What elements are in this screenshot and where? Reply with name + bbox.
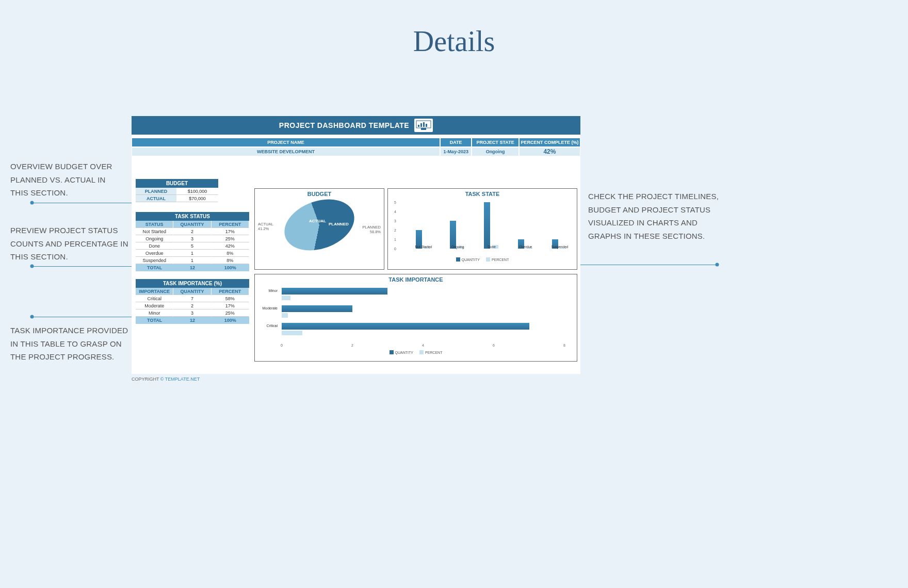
callout-importance: TASK IMPORTANCE PROVIDED IN THIS TABLE T… <box>10 324 129 364</box>
cell: Critical <box>136 295 173 302</box>
cell: ACTUAL <box>136 195 177 202</box>
callout-line <box>32 317 135 317</box>
budget-title: BUDGET <box>136 179 218 188</box>
x-axis: 02468 <box>282 344 565 350</box>
table-row: Overdue18% <box>136 250 249 257</box>
value-date: 1-May-2023 <box>440 147 472 156</box>
axis-label: Suspended <box>546 245 574 249</box>
dashboard-header-text: PROJECT DASHBOARD TEMPLATE <box>279 121 409 129</box>
cell: 1 <box>173 250 211 257</box>
svg-rect-4 <box>426 124 427 127</box>
value-project-name: WEBSITE DEVELOPMENT <box>132 147 440 156</box>
cell: Suspended <box>136 257 173 264</box>
callout-line <box>32 203 135 203</box>
svg-rect-5 <box>421 128 426 130</box>
chart-title: TASK IMPORTANCE <box>255 274 577 285</box>
table-total: TOTAL12100% <box>136 264 249 271</box>
cell: STATUS <box>136 221 173 228</box>
cell: Minor <box>136 309 173 317</box>
info-value-row: WEBSITE DEVELOPMENT 1-May-2023 Ongoing 4… <box>132 147 580 156</box>
chart-title: TASK STATE <box>388 189 577 199</box>
cell: Overdue <box>136 250 173 257</box>
pie-label-actual: ACTUAL41.2% <box>258 222 273 231</box>
callout-budget: OVERVIEW BUDGET OVER PLANNED VS. ACTUAL … <box>10 160 124 200</box>
table-row: Done542% <box>136 242 249 250</box>
cell: 7 <box>173 295 211 302</box>
cell: 25% <box>212 235 249 242</box>
legend-p: PERCENT <box>425 351 442 354</box>
budget-chart: BUDGET ACTUAL PLANNED ACTUAL41.2% PLANNE… <box>254 188 384 270</box>
cell: 100% <box>212 317 249 324</box>
label-pct: PERCENT COMPLETE (%) <box>519 138 580 147</box>
callout-charts: CHECK THE PROJECT TIMELINES, BUDGET AND … <box>588 190 727 242</box>
cell: 42% <box>212 242 249 250</box>
cell: 8% <box>212 257 249 264</box>
table-total: TOTAL12100% <box>136 317 249 324</box>
cell: QUANTITY <box>173 221 211 228</box>
slice-label-actual: ACTUAL <box>309 219 326 223</box>
svg-rect-1 <box>418 125 419 127</box>
cell: 2 <box>173 228 211 235</box>
copyright: COPYRIGHT © TEMPLATE.NET <box>132 377 200 382</box>
table-row: Not Started217% <box>136 228 249 235</box>
pie-label-planned: PLANNED58.8% <box>363 225 381 234</box>
cell: QUANTITY <box>173 288 211 295</box>
legend-p: PERCENT <box>492 258 509 262</box>
cell: 12 <box>173 264 211 271</box>
svg-rect-3 <box>423 122 425 127</box>
axis-label: Minor <box>260 289 278 292</box>
label-project-name: PROJECT NAME <box>132 138 440 147</box>
label-date: DATE <box>440 138 472 147</box>
label-state: PROJECT STATE <box>472 138 518 147</box>
task-importance-table: TASK IMPORTANCE (%) IMPORTANCEQUANTITYPE… <box>136 279 249 324</box>
cell: 8% <box>212 250 249 257</box>
info-header-row: PROJECT NAME DATE PROJECT STATE PERCENT … <box>132 138 580 147</box>
bar-q <box>282 323 529 330</box>
bar-p <box>282 296 290 300</box>
cell: TOTAL <box>136 264 173 271</box>
budget-table: BUDGET PLANNED$100,000 ACTUAL$70,000 <box>136 179 218 202</box>
cell: 58% <box>212 295 249 302</box>
table-row: Critical758% <box>136 295 249 302</box>
cell: Done <box>136 242 173 250</box>
axis-label: Moderate <box>260 306 278 310</box>
page-title: Details <box>0 0 908 58</box>
cell: Moderate <box>136 302 173 309</box>
copyright-link[interactable]: © TEMPLATE.NET <box>160 377 200 382</box>
dashboard-header: PROJECT DASHBOARD TEMPLATE <box>132 116 580 135</box>
cell: PLANNED <box>136 188 177 195</box>
axis-label: Ongoing <box>444 245 472 249</box>
task-state-chart: TASK STATE 012345 Not Started Ongoing Do… <box>387 188 577 270</box>
chart-title: BUDGET <box>255 189 384 199</box>
slice-label-planned: PLANNED <box>329 222 349 226</box>
callout-status: PREVIEW PROJECT STATUS COUNTS AND PERCEN… <box>10 224 129 264</box>
bar-area: 012345 Not Started Ongoing Done Overdue … <box>394 199 571 256</box>
pie: ACTUAL PLANNED <box>283 201 355 249</box>
chart-legend: QUANTITYPERCENT <box>255 349 577 356</box>
axis-label: Done <box>478 245 506 249</box>
bar-p <box>282 331 302 335</box>
table-row: Moderate217% <box>136 302 249 309</box>
cell: 17% <box>212 302 249 309</box>
cell: 5 <box>173 242 211 250</box>
cell: 3 <box>173 309 211 317</box>
table-row: ACTUAL$70,000 <box>136 195 218 202</box>
table-row: PLANNED$100,000 <box>136 188 218 195</box>
cell: 17% <box>212 228 249 235</box>
dashboard-canvas: PROJECT DASHBOARD TEMPLATE PROJECT NAME … <box>132 116 580 374</box>
cell: TOTAL <box>136 317 173 324</box>
axis-label: Overdue <box>512 245 540 249</box>
legend-q: QUANTITY <box>462 258 480 262</box>
value-pct: 42% <box>519 147 580 156</box>
table-header: STATUSQUANTITYPERCENT <box>136 221 249 228</box>
dashboard-icon <box>414 119 433 132</box>
value-state: Ongoing <box>472 147 518 156</box>
task-status-table: TASK STATUS STATUSQUANTITYPERCENT Not St… <box>136 212 249 271</box>
cell: 12 <box>173 317 211 324</box>
axis-label: Not Started <box>410 245 437 249</box>
bar-q <box>282 288 387 295</box>
task-importance-title: TASK IMPORTANCE (%) <box>136 279 249 288</box>
axis-label: Critical <box>260 324 278 328</box>
table-row: Ongoing325% <box>136 235 249 242</box>
cell: Not Started <box>136 228 173 235</box>
